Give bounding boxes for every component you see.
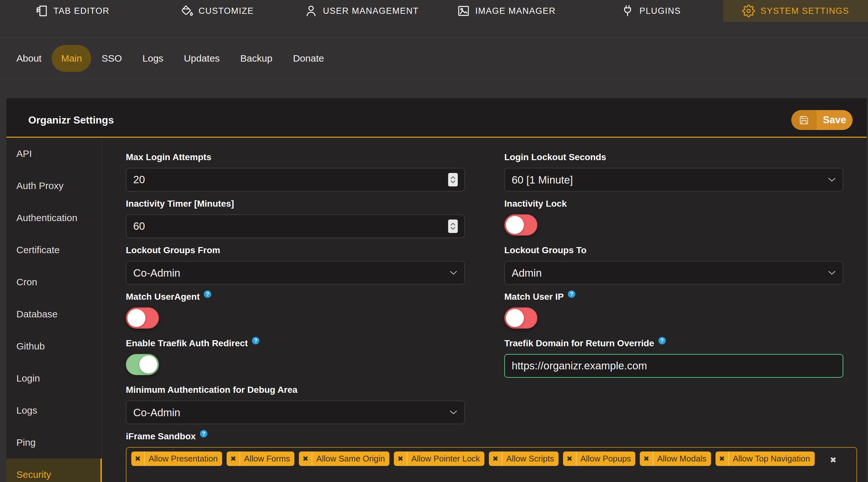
sidebar-item-logs[interactable]: Logs xyxy=(6,394,102,426)
tag-allow-forms: ✖Allow Forms xyxy=(227,451,294,466)
toggle-knob xyxy=(506,309,524,327)
enable-traefik-auth-redirect-toggle[interactable] xyxy=(126,354,159,375)
toggle-knob xyxy=(127,309,146,327)
settings-tabs: About Main SSO Logs Updates Backup Donat… xyxy=(0,38,868,79)
field-max-login-attempts: Max Login Attempts xyxy=(126,151,465,192)
tab-backup[interactable]: Backup xyxy=(230,53,283,64)
topnav-item-label: IMAGE MANAGER xyxy=(475,6,556,16)
sidebar-item-security[interactable]: Security xyxy=(6,458,102,482)
nav-divider xyxy=(0,22,868,38)
tag-allow-same-origin: ✖Allow Same Origin xyxy=(299,451,390,466)
tag-remove-icon[interactable]: ✖ xyxy=(563,451,577,466)
topnav-item-label: TAB EDITOR xyxy=(54,6,110,16)
tab-updates[interactable]: Updates xyxy=(174,53,230,64)
tag-remove-icon[interactable]: ✖ xyxy=(299,451,312,466)
login-lockout-seconds-select[interactable]: 60 [1 Minute] xyxy=(504,168,843,192)
tags-clear-icon[interactable]: ✖ xyxy=(830,455,837,465)
inactivity-lock-toggle[interactable] xyxy=(504,214,537,235)
sidebar-item-ping[interactable]: Ping xyxy=(6,426,102,458)
lockout-groups-from-select[interactable]: Co-Admin xyxy=(126,261,465,285)
field-iframe-sandbox: iFrame Sandbox? ✖Allow Presentation ✖All… xyxy=(126,430,867,482)
match-user-ip-toggle[interactable] xyxy=(504,308,537,329)
sidebar-item-certificate[interactable]: Certificate xyxy=(6,234,102,266)
inactivity-timer-input[interactable] xyxy=(126,214,465,238)
form-column-right: Login Lockout Seconds 60 [1 Minute] Inac… xyxy=(504,151,843,430)
number-stepper-icon[interactable] xyxy=(448,220,458,233)
tab-editor-icon xyxy=(35,4,48,17)
save-icon xyxy=(791,110,817,130)
topnav-item-customize[interactable]: CUSTOMIZE xyxy=(145,0,289,22)
topnav-item-plugins[interactable]: PLUGINS xyxy=(579,0,723,22)
form-column-left: Max Login Attempts Inactivity Timer [Min… xyxy=(126,151,465,430)
paint-bucket-icon xyxy=(180,4,193,17)
topnav-item-system-settings[interactable]: SYSTEM SETTINGS xyxy=(723,0,868,22)
image-icon xyxy=(457,4,470,17)
tab-main[interactable]: Main xyxy=(52,45,91,72)
field-label: Lockout Groups From xyxy=(126,244,465,257)
help-icon[interactable]: ? xyxy=(568,290,575,298)
field-label: iFrame Sandbox? xyxy=(126,430,867,443)
tag-remove-icon[interactable]: ✖ xyxy=(715,451,729,466)
sidebar-item-api[interactable]: API xyxy=(6,138,102,170)
field-minimum-authentication: Minimum Authentication for Debug Area Co… xyxy=(126,384,465,424)
help-icon[interactable]: ? xyxy=(658,337,666,344)
tab-about[interactable]: About xyxy=(6,53,52,64)
tab-sso[interactable]: SSO xyxy=(91,53,132,64)
settings-panel: Organizr Settings Save API Auth Proxy Au… xyxy=(6,98,867,482)
tag-allow-presentation: ✖Allow Presentation xyxy=(131,451,222,466)
tag-remove-icon[interactable]: ✖ xyxy=(489,451,502,466)
save-button[interactable]: Save xyxy=(791,110,852,130)
field-label: Login Lockout Seconds xyxy=(504,151,843,164)
sidebar-item-auth-proxy[interactable]: Auth Proxy xyxy=(6,170,102,202)
tab-logs[interactable]: Logs xyxy=(132,53,174,64)
settings-form: Max Login Attempts Inactivity Timer [Min… xyxy=(102,138,867,482)
iframe-sandbox-tags-input[interactable]: ✖Allow Presentation ✖Allow Forms ✖Allow … xyxy=(126,447,857,482)
tag-remove-icon[interactable]: ✖ xyxy=(640,451,653,466)
field-label: Inactivity Timer [Minutes] xyxy=(126,197,465,210)
field-label: Enable Traefik Auth Redirect? xyxy=(126,337,465,350)
help-icon[interactable]: ? xyxy=(252,337,259,344)
field-label: Inactivity Lock xyxy=(504,197,843,210)
page-title: Organizr Settings xyxy=(28,114,114,126)
help-icon[interactable]: ? xyxy=(200,430,207,438)
field-label: Traefik Domain for Return Override? xyxy=(504,337,843,350)
sidebar-item-database[interactable]: Database xyxy=(6,298,102,330)
top-navigation: TAB EDITOR CUSTOMIZE USER MANAGEMENT IMA… xyxy=(0,0,868,22)
sidebar-item-authentication[interactable]: Authentication xyxy=(6,202,102,234)
field-label: Match User IP? xyxy=(504,290,843,303)
traefik-domain-input[interactable] xyxy=(504,354,843,378)
plug-icon xyxy=(621,4,634,17)
field-lockout-groups-to: Lockout Groups To Admin xyxy=(504,244,843,285)
topnav-item-user-management[interactable]: USER MANAGEMENT xyxy=(289,0,434,22)
toggle-knob xyxy=(506,216,524,234)
topnav-item-label: SYSTEM SETTINGS xyxy=(761,6,849,16)
topnav-item-tab-editor[interactable]: TAB EDITOR xyxy=(0,0,145,22)
tag-remove-icon[interactable]: ✖ xyxy=(394,451,407,466)
field-inactivity-lock: Inactivity Lock xyxy=(504,197,843,235)
tag-remove-icon[interactable]: ✖ xyxy=(227,451,240,466)
field-label: Minimum Authentication for Debug Area xyxy=(126,384,465,396)
tag-allow-popups: ✖Allow Popups xyxy=(563,451,636,466)
panel-header: Organizr Settings Save xyxy=(6,98,867,138)
minimum-authentication-select[interactable]: Co-Admin xyxy=(126,400,465,424)
tab-donate[interactable]: Donate xyxy=(283,53,335,64)
field-match-user-ip: Match User IP? xyxy=(504,290,843,329)
topnav-item-image-manager[interactable]: IMAGE MANAGER xyxy=(434,0,579,22)
lockout-groups-to-select[interactable]: Admin xyxy=(504,261,843,285)
field-label: Lockout Groups To xyxy=(504,244,843,257)
topnav-item-label: PLUGINS xyxy=(640,6,681,16)
topnav-item-label: USER MANAGEMENT xyxy=(323,6,419,16)
max-login-attempts-input[interactable] xyxy=(126,168,465,192)
topnav-item-label: CUSTOMIZE xyxy=(199,6,254,16)
number-stepper-icon[interactable] xyxy=(448,173,458,187)
sidebar-item-cron[interactable]: Cron xyxy=(6,266,102,298)
tag-remove-icon[interactable]: ✖ xyxy=(131,451,145,466)
match-useragent-toggle[interactable] xyxy=(126,308,159,329)
save-button-label: Save xyxy=(817,110,852,130)
help-icon[interactable]: ? xyxy=(204,290,211,298)
sidebar-item-login[interactable]: Login xyxy=(6,362,102,394)
field-label: Max Login Attempts xyxy=(126,151,465,164)
sidebar-item-github[interactable]: Github xyxy=(6,330,102,362)
toggle-knob xyxy=(139,356,157,374)
field-lockout-groups-from: Lockout Groups From Co-Admin xyxy=(126,244,465,285)
